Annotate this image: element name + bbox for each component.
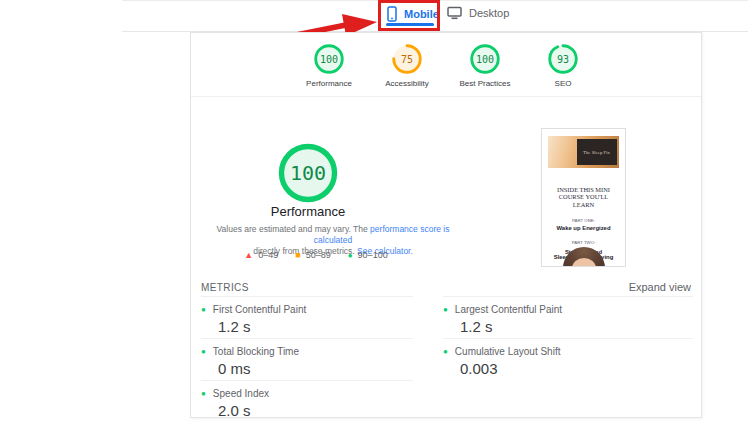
metrics-left-column: ● First Contentful Paint 1.2 s ● Total B… [201, 296, 413, 421]
thumbnail-woman-photo [563, 247, 605, 267]
tab-desktop[interactable]: Desktop [447, 6, 509, 20]
good-dot-icon: ● [443, 306, 448, 314]
good-circle-icon: ● [348, 251, 353, 260]
thumbnail-part-one-label: PART ONE: [558, 218, 609, 222]
description-text-1: Values are estimated and may vary. The [217, 224, 371, 234]
gauge-accessibility-label: Accessibility [385, 79, 429, 88]
thumbnail-hero-title: The Sleep Fix [583, 149, 610, 154]
metric-value: 1.2 s [460, 318, 693, 335]
legend-good-range: 90–100 [358, 250, 388, 260]
metric-value: 2.0 s [218, 402, 413, 419]
thumbnail-hero-title-box: The Sleep Fix [577, 139, 617, 165]
thumbnail-heading-line2: COURSE YOU'LL LEARN [559, 194, 608, 208]
legend-fail-range: 0–49 [258, 250, 278, 260]
expand-view-button[interactable]: Expand view [629, 281, 691, 293]
metric-name: Speed Index [213, 388, 269, 399]
performance-section-title: Performance [228, 204, 388, 219]
metric-name: Cumulative Layout Shift [455, 346, 561, 357]
gauge-seo-score: 93 [548, 44, 578, 74]
gauge-best-practices[interactable]: 100 Best Practices [452, 44, 518, 88]
gauge-performance-label: Performance [306, 79, 352, 88]
thumbnail-heading-line1: INSIDE THIS MINI [557, 187, 610, 194]
metric-name: Largest Contentful Paint [455, 304, 562, 315]
desktop-monitor-icon [447, 6, 462, 20]
gauge-seo[interactable]: 93 SEO [530, 44, 596, 88]
good-dot-icon: ● [201, 348, 206, 356]
gauge-performance[interactable]: 100 Performance [296, 44, 362, 88]
legend-item-fail: ▲ 0–49 [244, 250, 278, 260]
gauge-best-practices-label: Best Practices [459, 79, 510, 88]
metric-value: 1.2 s [218, 318, 413, 335]
performance-score-value: 100 [278, 143, 338, 203]
legend-item-good: ● 90–100 [348, 250, 388, 260]
metric-name: First Contentful Paint [213, 304, 306, 315]
thumbnail-part-one-title: Wake up Energized [553, 226, 614, 232]
metric-total-blocking-time: ● Total Blocking Time 0 ms [201, 338, 413, 380]
gauge-accessibility[interactable]: 75 Accessibility [374, 44, 440, 88]
metric-first-contentful-paint: ● First Contentful Paint 1.2 s [201, 296, 413, 338]
metrics-right-column: ● Largest Contentful Paint 1.2 s ● Cumul… [443, 296, 693, 380]
score-legend: ▲ 0–49 ■ 50–89 ● 90–100 [206, 250, 426, 260]
gauge-best-practices-score: 100 [470, 44, 500, 74]
thumbnail-part-two-label: PART TWO: [558, 240, 609, 244]
legend-average-range: 50–89 [306, 250, 331, 260]
page-preview-thumbnail: The Sleep Fix INSIDE THIS MINI COURSE YO… [541, 128, 626, 267]
gauge-performance-score: 100 [314, 44, 344, 74]
gauge-seo-label: SEO [555, 79, 572, 88]
fail-triangle-icon: ▲ [244, 250, 253, 260]
results-card: 100 Performance 75 Accessibility 100 [190, 32, 702, 418]
good-dot-icon: ● [443, 348, 448, 356]
annotation-box [378, 0, 440, 31]
metric-largest-contentful-paint: ● Largest Contentful Paint 1.2 s [443, 296, 693, 338]
metric-value: 0 ms [218, 360, 413, 377]
category-gauges-row: 100 Performance 75 Accessibility 100 [191, 44, 701, 88]
metric-speed-index: ● Speed Index 2.0 s [201, 380, 413, 421]
performance-score-gauge: 100 [278, 143, 338, 203]
gauge-accessibility-score: 75 [392, 44, 422, 74]
thumbnail-heading: INSIDE THIS MINI COURSE YOU'LL LEARN [550, 187, 616, 209]
tab-desktop-label: Desktop [469, 7, 509, 19]
metric-cumulative-layout-shift: ● Cumulative Layout Shift 0.003 [443, 338, 693, 380]
good-dot-icon: ● [201, 390, 206, 398]
metric-value: 0.003 [460, 360, 693, 377]
gauges-section-divider [191, 96, 701, 97]
average-square-icon: ■ [295, 250, 300, 260]
metrics-section-header: METRICS [201, 282, 249, 293]
good-dot-icon: ● [201, 306, 206, 314]
legend-item-average: ■ 50–89 [295, 250, 330, 260]
thumbnail-hero-image: The Sleep Fix [548, 136, 619, 168]
metric-name: Total Blocking Time [213, 346, 299, 357]
